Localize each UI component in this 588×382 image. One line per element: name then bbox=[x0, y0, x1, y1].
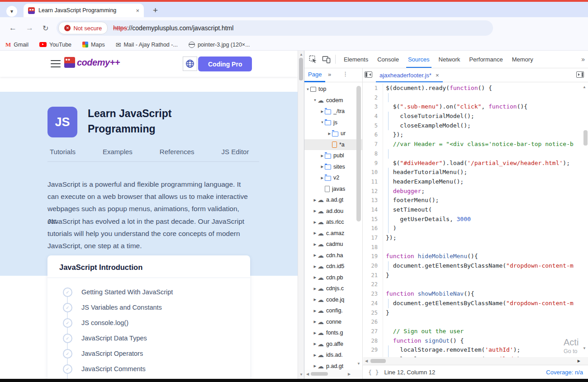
tree-expander-icon[interactable]: ▶ bbox=[320, 154, 325, 158]
tree-item[interactable]: ▶☁code.jq bbox=[304, 294, 362, 306]
code-line[interactable] bbox=[386, 243, 581, 252]
show-debugger-sidebar-icon[interactable] bbox=[576, 71, 584, 78]
code-line[interactable]: } bbox=[386, 308, 581, 318]
tab-search-button[interactable]: ▾ bbox=[6, 6, 17, 17]
code-line[interactable]: headerTutorialMenu(); bbox=[386, 168, 581, 177]
tree-expander-icon[interactable]: ▶ bbox=[313, 253, 318, 257]
tree-item[interactable]: ▶☁config. bbox=[304, 305, 362, 316]
tree-item[interactable]: ▶☁ad.dou bbox=[304, 206, 362, 217]
tree-item[interactable]: *a bbox=[304, 139, 362, 151]
tree-scrollbar-thumb[interactable] bbox=[356, 86, 361, 222]
editor-scroll-right-icon[interactable]: ▶ bbox=[578, 359, 580, 363]
editor-tab-ajaxheaderfooter[interactable]: ajaxheaderfooter.js* × bbox=[376, 68, 443, 82]
code-line[interactable]: } bbox=[386, 271, 581, 280]
sidebar-more-tabs-icon[interactable]: » bbox=[328, 71, 330, 78]
lesson-item[interactable]: ✓JavaScript Operators bbox=[63, 346, 250, 361]
tree-item[interactable]: ▶sites bbox=[304, 161, 362, 173]
code-line[interactable]: $("#divHeader").load('/partial_view/head… bbox=[386, 159, 581, 168]
tree-item[interactable]: ▶v2 bbox=[304, 172, 362, 184]
devtools-tab-performance[interactable]: Performance bbox=[465, 51, 507, 68]
tab-close-icon[interactable]: × bbox=[136, 7, 139, 14]
scroll-up-icon[interactable]: ▲ bbox=[299, 52, 303, 57]
tree-scroll-right-icon[interactable]: ▶ bbox=[348, 372, 351, 376]
devtools-tab-network[interactable]: Network bbox=[434, 51, 465, 68]
tree-expander-icon[interactable]: ▶ bbox=[320, 165, 325, 169]
hamburger-menu-icon[interactable] bbox=[51, 60, 61, 67]
bookmark-item[interactable]: pointer-3.jpg (120×... bbox=[189, 42, 250, 48]
tree-item[interactable]: ▶☁p.ad.gt bbox=[304, 361, 362, 370]
hide-navigator-icon[interactable] bbox=[365, 71, 372, 78]
inspect-element-icon[interactable] bbox=[309, 55, 318, 64]
lesson-item[interactable]: ✓Getting Started With JavaScript bbox=[63, 284, 250, 300]
devtools-tab-elements[interactable]: Elements bbox=[339, 51, 373, 68]
coding-pro-button[interactable]: Coding Pro bbox=[198, 57, 252, 71]
code-line[interactable]: $(document).ready(function() { bbox=[386, 84, 581, 93]
tree-expander-icon[interactable]: ▶ bbox=[313, 264, 318, 269]
code-line[interactable] bbox=[386, 93, 581, 103]
security-chip[interactable]: ✕ Not secure bbox=[58, 22, 108, 34]
tree-item[interactable]: ▶☁ids.ad. bbox=[304, 349, 362, 361]
tree-item[interactable]: ▶☁cdn.id5 bbox=[304, 261, 362, 272]
code-line[interactable]: // Sign out the user bbox=[386, 327, 581, 336]
language-globe-button[interactable] bbox=[183, 57, 197, 71]
bookmark-item[interactable]: Maps bbox=[82, 42, 105, 48]
code-line[interactable]: function showMobileNav(){ bbox=[386, 289, 581, 299]
pretty-print-icon[interactable]: { } bbox=[368, 369, 379, 376]
tree-expander-icon[interactable]: ▼ bbox=[320, 120, 325, 124]
editor-hscroll-thumb[interactable] bbox=[370, 359, 386, 363]
tree-item[interactable]: ▶☁cadmu bbox=[304, 239, 362, 250]
lesson-item[interactable]: ✓JS console.log() bbox=[63, 315, 250, 330]
tree-expander-icon[interactable]: ▶ bbox=[313, 198, 318, 202]
code-line[interactable]: $(".sub-menu").on("click", function(){ bbox=[386, 102, 581, 112]
tree-expander-icon[interactable]: ▶ bbox=[313, 364, 318, 368]
tree-item[interactable]: ▶ur bbox=[304, 128, 362, 139]
lesson-item[interactable]: ✓JavaScript Data Types bbox=[63, 330, 250, 346]
device-toolbar-icon[interactable] bbox=[322, 55, 331, 64]
tree-expander-icon[interactable]: ▶ bbox=[313, 342, 318, 346]
gutter[interactable]: 1234567891011121314151617181920212223242… bbox=[363, 84, 383, 365]
devtools-tab-sources[interactable]: Sources bbox=[403, 51, 434, 68]
tree-item[interactable]: ▶☁go.affe bbox=[304, 339, 362, 350]
tree-item[interactable]: ▶_/tra bbox=[304, 106, 362, 117]
code-line[interactable]: document.getElementsByClassName("dropdow… bbox=[386, 299, 581, 308]
more-tabs-icon[interactable]: » bbox=[581, 56, 584, 63]
editor-scroll-down-icon[interactable]: ▼ bbox=[583, 346, 586, 350]
forward-icon[interactable]: → bbox=[26, 24, 33, 33]
code-line[interactable]: setTimeout( bbox=[386, 205, 581, 215]
tree-scroll-left-icon[interactable]: ◀ bbox=[306, 372, 309, 376]
editor-scroll-left-icon[interactable]: ◀ bbox=[365, 359, 368, 363]
tree-expander-icon[interactable]: ▶ bbox=[313, 320, 318, 324]
editor-tab-close-icon[interactable]: × bbox=[436, 72, 439, 79]
site-logo[interactable]: codemy++ bbox=[64, 57, 120, 68]
editor-scroll-up-icon[interactable]: ▲ bbox=[583, 85, 586, 89]
new-tab-button[interactable]: + bbox=[153, 5, 158, 15]
tree-expander-icon[interactable]: ▶ bbox=[313, 242, 318, 246]
tree-expander-icon[interactable]: ▶ bbox=[313, 220, 318, 224]
code-line[interactable]: closeExampleModel(); bbox=[386, 121, 581, 131]
code-line[interactable] bbox=[386, 149, 581, 159]
devtools-tab-console[interactable]: Console bbox=[373, 51, 403, 68]
code-line[interactable]: //var Header = "<div class='notice-bar-t… bbox=[386, 140, 581, 149]
tree-expander-icon[interactable]: ▼ bbox=[305, 87, 310, 91]
tree-scroll-down-icon[interactable]: ▼ bbox=[357, 362, 360, 366]
tree-item[interactable]: ▶☁cdn.pb bbox=[304, 272, 362, 283]
code-line[interactable]: footerMenu(); bbox=[386, 196, 581, 205]
tree-item[interactable]: ▶☁cdnjs.c bbox=[304, 283, 362, 294]
bookmark-item[interactable]: ✉Mail - Ajay Rathod -... bbox=[116, 42, 178, 48]
editor-scrollbar-thumb[interactable] bbox=[583, 130, 588, 146]
lesson-item[interactable]: ✓JS Variables and Constants bbox=[63, 300, 250, 315]
tree-expander-icon[interactable]: ▼ bbox=[313, 98, 318, 102]
page-nav-tab[interactable]: Examples bbox=[103, 148, 133, 156]
code-lines[interactable]: $(document).ready(function() { $(".sub-m… bbox=[386, 84, 581, 365]
tree-expander-icon[interactable]: ▶ bbox=[320, 176, 325, 180]
tree-item[interactable]: javas bbox=[304, 184, 362, 195]
editor-horizontal-scrollbar[interactable]: ◀ ▶ bbox=[363, 357, 588, 365]
page-scrollbar[interactable]: ▲ ▼ bbox=[298, 51, 304, 379]
tree-expander-icon[interactable]: ▶ bbox=[313, 331, 318, 335]
code-line[interactable]: headerExampleMenu(); bbox=[386, 177, 581, 187]
tree-item[interactable]: ▶☁c.amaz bbox=[304, 228, 362, 239]
page-nav-tab[interactable]: Tutorials bbox=[50, 148, 76, 156]
reload-icon[interactable]: ↻ bbox=[43, 24, 48, 33]
tree-item[interactable]: ▼js bbox=[304, 117, 362, 128]
tree-expander-icon[interactable]: ▶ bbox=[313, 275, 318, 279]
